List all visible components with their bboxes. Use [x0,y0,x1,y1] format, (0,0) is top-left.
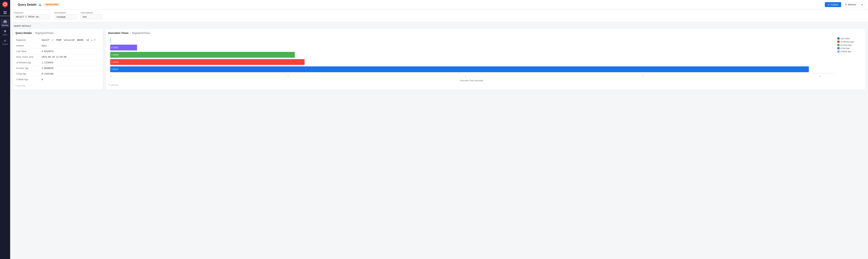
chart-bars: 0.15452 1.06486 1.12164 4.03147 [108,37,835,72]
servicename-label: serviceName [55,11,76,14]
bar-fill [110,37,111,43]
legend-label: Last Value [840,37,850,39]
schemaname-label: schemaName [81,11,102,14]
dropdown-button[interactable]: ▾ [860,2,864,7]
xaxis-ticks: 01234 [110,75,820,77]
xaxis-tick: 0 [110,75,111,77]
chart-xaxis: 01234 [108,73,835,79]
legend-item: An Hour Ago [837,44,863,46]
refresh-button[interactable]: ↻ Refresh [842,2,859,7]
right-panel: Execution Times – fingerprintTimes 0.154… [105,29,866,90]
xaxis-tick: 3 [642,75,643,77]
servicename-value: mysqlsgb [55,14,76,19]
sidebar-item-dashboards[interactable]: Dashboards [1,9,9,18]
schemaname-value: dani [81,14,102,19]
legend-color [837,51,839,53]
table-row: schemadani [16,43,100,48]
sidebar-item-queries[interactable]: Queries [1,19,9,28]
bar-fill: 1.06486 [110,52,295,58]
chevron-down-icon: ▾ [862,3,863,6]
xaxis-tick: 2 [465,75,466,77]
fingerprint-field: Fingerprint SELECT `c` FROM `sbt... [14,11,50,19]
panels-container: Query Details – fingerprintTimes fingerp… [10,29,868,92]
clock-icon: ↻ [108,84,110,86]
topbar-right: ✈ Publish ↻ Refresh ▾ [825,2,864,7]
main-area: ☆ Query Details 🌊 Unpublished ✈ Publish … [10,0,868,259]
svg-rect-1 [5,11,6,12]
legend-item: A Day Ago [837,47,863,49]
bell-icon [3,30,7,33]
clock-icon: ↻ [16,84,17,87]
table-row: fingerprintSELECT `c` FROM `sbtest20` WH… [16,37,100,43]
chart-bar: 1.06486 [110,52,820,58]
chart-wrapper: 0.15452 1.06486 1.12164 4.03147 01234 Ex… [108,37,863,82]
legend-color [837,37,839,39]
chart-bar [110,37,820,43]
svg-rect-0 [4,11,5,12]
bar-label: 4.03147 [110,68,120,70]
left-panel-footer: ↻ just now [16,84,100,87]
legend-label: An Hour Ago [840,44,852,46]
grid-icon [3,11,7,14]
sidebar-item-label: Create [2,43,8,45]
legend-color [837,44,839,46]
svg-rect-2 [4,13,5,14]
bar-label: 0.15452 [110,46,120,48]
bar-fill: 0.15452 [110,44,137,51]
schemaname-field: schemaName dani [81,11,102,19]
chart-bar: 4.03147 [110,66,820,72]
svg-rect-3 [5,13,6,14]
legend-item: 10 Minutes Ago [837,41,863,43]
bar-fill: 4.03147 [110,66,809,72]
right-panel-footer: ↻ just now [108,84,863,86]
fingerprint-value: SELECT `c` FROM `sbt... [14,14,50,19]
xaxis-tick: 4 [819,75,820,77]
topbar: ☆ Query Details 🌊 Unpublished ✈ Publish … [10,0,868,9]
xaxis-label: Execution Time (seconds) [108,79,835,82]
app-logo [2,1,8,7]
section-header: QUERY DETAILS [10,22,868,29]
fingerprint-row: Fingerprint SELECT `c` FROM `sbt... serv… [10,9,868,22]
sidebar-item-label: Dashboards [0,15,10,17]
sidebar-item-create[interactable]: Create [1,38,9,46]
xaxis-tick: 1 [287,75,289,77]
chart-container: 0.15452 1.06486 1.12164 4.03147 01234 Ex… [108,37,835,82]
table-row: 10 Minutes Ago1.1216424 [16,60,100,65]
left-panel: Query Details – fingerprintTimes fingerp… [12,29,103,90]
sidebar-item-alerts[interactable]: Alerts [1,28,9,37]
publish-button[interactable]: ✈ Publish [825,2,841,7]
chart-bar: 1.12164 [110,59,820,65]
fingerprint-label: Fingerprint [14,11,50,14]
sidebar: Dashboards Queries Alerts Create [0,0,10,259]
legend-color [837,47,839,49]
table-row: most_recent_time2024-09-18 12:59:00 [16,54,100,60]
sidebar-item-label: Alerts [3,34,7,36]
table-row: An Hour Ago1.0648636 [16,65,100,71]
chart-legend: Last Value 10 Minutes Ago An Hour Ago A … [837,37,863,82]
legend-label: A Week Ago [840,51,851,53]
bar-label: 1.12164 [110,61,120,63]
table-row: Last Value4.0314674 [16,48,100,54]
bar-label: 1.06486 [110,54,120,56]
legend-color [837,41,839,43]
table-row: A Day Ago0.1545168 [16,71,100,77]
legend-item: A Week Ago [837,51,863,53]
legend-label: A Day Ago [840,47,850,49]
status-badge: Unpublished [44,3,60,6]
send-icon: ✈ [828,3,830,6]
content-area: Fingerprint SELECT `c` FROM `sbt... serv… [10,9,868,259]
star-icon[interactable]: ☆ [14,3,16,6]
legend-label: 10 Minutes Ago [840,41,854,43]
chart-bar: 0.15452 [110,44,820,51]
page-title: Query Details [18,3,36,6]
right-panel-title: Execution Times – fingerprintTimes [108,32,863,34]
title-emoji: 🌊 [39,3,41,6]
servicename-field: serviceName mysqlsgb [55,11,76,19]
database-icon [3,20,7,24]
legend-item: Last Value [837,37,863,39]
sidebar-item-label: Queries [2,24,8,26]
table-row: A Week Ago0 [16,77,100,82]
refresh-icon: ↻ [845,3,847,6]
plus-icon [3,39,7,43]
topbar-left: ☆ Query Details 🌊 Unpublished [14,3,60,6]
